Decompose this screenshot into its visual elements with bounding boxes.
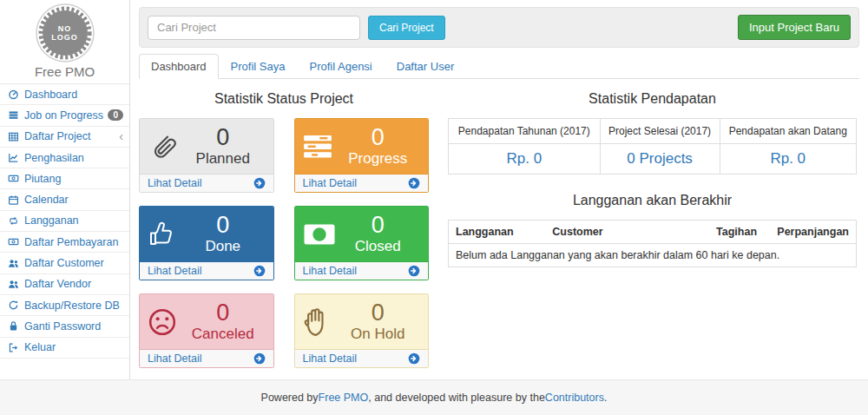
tab-bar: Dashboard Profil Saya Profil Agensi Daft… (139, 54, 859, 79)
sidebar-item-label: Keluar (24, 341, 56, 353)
lihat-detail-link[interactable]: Lihat Detail (148, 265, 202, 277)
sidebar-menu: Dashboard Job on Progress 0 Daftar Proje… (0, 84, 129, 359)
users-icon (6, 279, 21, 290)
sidebar-item-label: Ganti Password (24, 320, 101, 333)
arrow-circle-right-icon[interactable] (408, 177, 420, 189)
status-card-done: 0 Done Lihat Detail (139, 206, 274, 280)
sidebar-item-label: Daftar Project (24, 130, 90, 142)
lihat-detail-link[interactable]: Lihat Detail (303, 177, 358, 189)
sign-out-icon (6, 342, 21, 353)
income-col-header: Pendapatan akan Datang (720, 119, 857, 144)
lock-icon (6, 320, 21, 332)
sidebar-item-label: Daftar Vendor (24, 278, 91, 290)
status-count: 0 (186, 300, 260, 326)
status-count: 0 (341, 125, 416, 150)
money-icon (6, 236, 21, 247)
arrow-circle-right-icon[interactable] (253, 177, 266, 189)
sidebar-item-langganan[interactable]: Langganan (0, 211, 129, 232)
svg-text:1: 1 (316, 229, 322, 239)
search-button[interactable]: Cari Project (368, 16, 445, 40)
footer-text: . (604, 392, 607, 404)
status-label: Planned (186, 150, 260, 168)
logo-text: NO LOGO (35, 24, 95, 42)
sidebar-item-label: Daftar Customer (24, 257, 104, 269)
income-section-title: Statistik Pendapatan (448, 91, 857, 107)
tab-profil-saya[interactable]: Profil Saya (219, 54, 298, 79)
tab-daftar-user[interactable]: Daftar User (385, 54, 466, 79)
status-label: On Hold (341, 326, 416, 343)
footer-text: , and developed with pleasure by the (368, 392, 545, 404)
calendar-icon (6, 194, 21, 206)
income-value: 0 Projects (600, 144, 720, 175)
users-icon (6, 258, 21, 269)
status-count: 0 (341, 300, 416, 326)
sidebar-item-label: Piutang (24, 173, 61, 185)
arrow-circle-right-icon[interactable] (408, 352, 420, 365)
free-pmo-link[interactable]: Free PMO (319, 392, 369, 404)
income-section: Statistik Pendapatan Pendapatan Tahunan … (448, 86, 859, 368)
income-col-header: Pendapatan Tahunan (2017) (449, 119, 601, 144)
sidebar-item-backup-restore-db[interactable]: Backup/Restore DB (0, 295, 129, 316)
status-section: Statistik Status Project 0 Planned Lihat… (139, 86, 429, 368)
status-card-closed: 1 0 Closed Lihat Detail (294, 206, 430, 280)
frown-icon (148, 307, 186, 337)
sidebar-item-label: Langganan (24, 214, 79, 227)
status-count: 0 (186, 213, 260, 238)
retweet-icon (6, 215, 21, 227)
job-count-badge: 0 (108, 109, 123, 121)
arrow-circle-right-icon[interactable] (253, 352, 266, 365)
tab-dashboard[interactable]: Dashboard (139, 54, 219, 79)
app-name: Free PMO (0, 64, 129, 80)
sidebar-item-calendar[interactable]: Calendar (0, 189, 129, 210)
sidebar-item-daftar-pembayaran[interactable]: Daftar Pembayaran (0, 232, 129, 253)
sidebar-item-label: Backup/Restore DB (24, 300, 120, 312)
main-content: Cari Project Input Project Baru Dashboar… (130, 0, 868, 380)
contributors-link[interactable]: Contributors (545, 392, 604, 404)
sidebar-item-daftar-customer[interactable]: Daftar Customer (0, 253, 129, 273)
income-value: Rp. 0 (720, 144, 857, 175)
sidebar-item-job-on-progress[interactable]: Job on Progress 0 (0, 105, 129, 126)
subscription-col-header: Perpanjangan (770, 221, 856, 244)
lihat-detail-link[interactable]: Lihat Detail (303, 352, 358, 365)
sidebar-item-piutang[interactable]: Piutang (0, 168, 129, 189)
line-chart-icon (6, 152, 21, 163)
tab-profil-agensi[interactable]: Profil Agensi (297, 54, 384, 79)
tasks-icon (303, 134, 341, 160)
subscription-col-header: Langganan (449, 221, 546, 244)
sidebar: NO LOGO Free PMO Dashboard Job on Progre… (0, 0, 130, 380)
status-card-planned: 0 Planned Lihat Detail (139, 118, 274, 193)
lihat-detail-link[interactable]: Lihat Detail (303, 265, 358, 277)
status-label: Done (186, 238, 260, 255)
status-count: 0 (341, 213, 416, 238)
arrow-circle-right-icon[interactable] (408, 265, 420, 277)
search-input[interactable] (148, 16, 360, 40)
subscription-col-header: Tagihan (709, 221, 770, 244)
sidebar-item-label: Calendar (24, 194, 69, 206)
no-logo-badge: NO LOGO (35, 3, 95, 63)
page-footer: Powered by Free PMO, and developed with … (0, 379, 868, 415)
table-icon (6, 131, 21, 142)
tachometer-icon (6, 89, 21, 100)
logo-area: NO LOGO Free PMO (0, 3, 129, 84)
subscription-section-title: Langganan akan Berakhir (448, 193, 857, 208)
arrow-circle-right-icon[interactable] (253, 265, 266, 277)
income-table: Pendapatan Tahunan (2017) Project Selesa… (448, 118, 857, 175)
sidebar-item-penghasilan[interactable]: Penghasilan (0, 148, 129, 168)
chevron-left-icon: ‹ (119, 131, 123, 142)
sidebar-item-daftar-vendor[interactable]: Daftar Vendor (0, 274, 129, 295)
subscription-table: Langganan Customer Tagihan Perpanjangan … (448, 220, 857, 267)
lihat-detail-link[interactable]: Lihat Detail (148, 177, 202, 189)
sidebar-item-ganti-password[interactable]: Ganti Password (0, 316, 129, 337)
new-project-button[interactable]: Input Project Baru (738, 15, 851, 40)
lihat-detail-link[interactable]: Lihat Detail (148, 352, 202, 365)
money-icon: 1 (303, 222, 341, 247)
sidebar-item-daftar-project[interactable]: Daftar Project ‹ (0, 127, 129, 148)
status-label: Closed (341, 238, 416, 255)
status-card-canceled: 0 Canceled Lihat Detail (139, 293, 274, 368)
sidebar-item-label: Daftar Pembayaran (24, 236, 118, 248)
subscription-col-header: Customer (545, 221, 709, 244)
sidebar-item-keluar[interactable]: Keluar (0, 338, 129, 359)
table-row: Belum ada Langganan yang akan berakhir d… (449, 244, 857, 267)
status-count: 0 (186, 125, 260, 150)
sidebar-item-dashboard[interactable]: Dashboard (0, 84, 129, 105)
